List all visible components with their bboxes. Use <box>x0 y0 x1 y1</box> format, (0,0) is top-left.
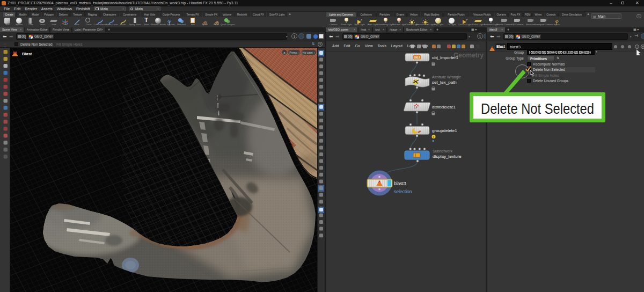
svg-text:obj_importer1: obj_importer1 <box>432 55 458 60</box>
svg-text:selection: selection <box>394 189 412 194</box>
svg-text:Blast: Blast <box>22 52 32 56</box>
svg-text:Persp: Persp <box>289 51 297 54</box>
svg-text:groupdelete1: groupdelete1 <box>432 128 457 133</box>
svg-text:Attribute Wrangle: Attribute Wrangle <box>432 75 461 79</box>
svg-text:▾: ▾ <box>314 52 315 54</box>
svg-text:Subnetwork: Subnetwork <box>433 149 452 153</box>
svg-text:▾: ▾ <box>298 52 299 54</box>
svg-text:!: ! <box>433 135 434 138</box>
svg-text:attribdelete1: attribdelete1 <box>432 105 456 110</box>
svg-text:No cam: No cam <box>303 51 313 54</box>
svg-text:OBJ: OBJ <box>414 56 420 59</box>
svg-text:blast3: blast3 <box>394 181 406 186</box>
svg-text:set_tex_path: set_tex_path <box>432 80 457 85</box>
svg-text:display_texture: display_texture <box>433 154 462 159</box>
